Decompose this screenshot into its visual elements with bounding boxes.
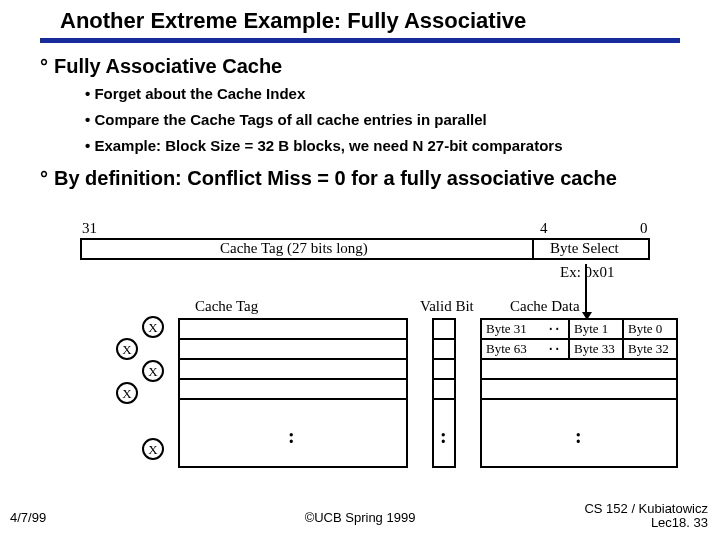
byte-select-example: Ex: 0x01 [560,264,615,281]
valid-bit-row [432,338,456,360]
footer-right: CS 152 / Kubiatowicz Lec18. 33 [584,502,708,531]
comparator-icon: X [142,438,164,460]
addr-bit-0: 0 [640,220,648,237]
comparator-icon: X [116,338,138,360]
comparator-icon: X [142,316,164,338]
byte-select-arrow [585,264,587,312]
cache-tag-row [178,358,408,380]
data-cell: Byte 63 [480,338,542,360]
cache-tag-field-label: Cache Tag (27 bits long) [220,240,368,257]
header-valid-bit: Valid Bit [420,298,474,315]
data-cell: Byte 32 [622,338,678,360]
cache-tag-row [178,318,408,340]
addr-bit-31: 31 [82,220,97,237]
data-cell: Byte 33 [568,338,624,360]
header-cache-tag: Cache Tag [195,298,258,315]
bullet-marker: ° [40,167,48,189]
data-ellipsis: ·· [540,318,570,340]
footer-course: CS 152 / Kubiatowicz [584,501,708,516]
slide: Another Extreme Example: Fully Associati… [0,0,720,540]
data-row [480,358,678,380]
data-ellipsis: ·· [540,338,570,360]
diagram: 31 4 0 Cache Tag (27 bits long) Byte Sel… [0,220,720,500]
valid-bit-row [432,318,456,340]
bullet-main-1-text: Fully Associative Cache [54,55,282,77]
address-divider [532,238,534,260]
title-underline [40,38,680,43]
header-cache-data: Cache Data [510,298,580,315]
bullet-sub-3: Example: Block Size = 32 B blocks, we ne… [85,137,563,154]
bullet-main-2-text: By definition: Conflict Miss = 0 for a f… [54,167,617,189]
data-row [480,378,678,400]
byte-select-label: Byte Select [550,240,619,257]
vdots-icon: : [440,425,447,448]
valid-bit-row [432,358,456,380]
vdots-icon: : [288,425,295,448]
data-cell: Byte 0 [622,318,678,340]
vdots-icon: : [575,425,582,448]
bullet-sub-2: Compare the Cache Tags of all cache entr… [85,111,487,128]
data-cell: Byte 1 [568,318,624,340]
valid-bit-row [432,378,456,400]
footer-lecture: Lec18. 33 [651,515,708,530]
bullet-main-2: °By definition: Conflict Miss = 0 for a … [40,167,680,189]
bullet-main-1: °Fully Associative Cache [40,55,282,78]
slide-title: Another Extreme Example: Fully Associati… [60,8,526,34]
bullet-sub-1: Forget about the Cache Index [85,85,305,102]
comparator-icon: X [142,360,164,382]
data-cell: Byte 31 [480,318,542,340]
bullet-marker: ° [40,55,48,77]
addr-bit-4: 4 [540,220,548,237]
comparator-icon: X [116,382,138,404]
cache-tag-row [178,378,408,400]
cache-tag-row [178,338,408,360]
